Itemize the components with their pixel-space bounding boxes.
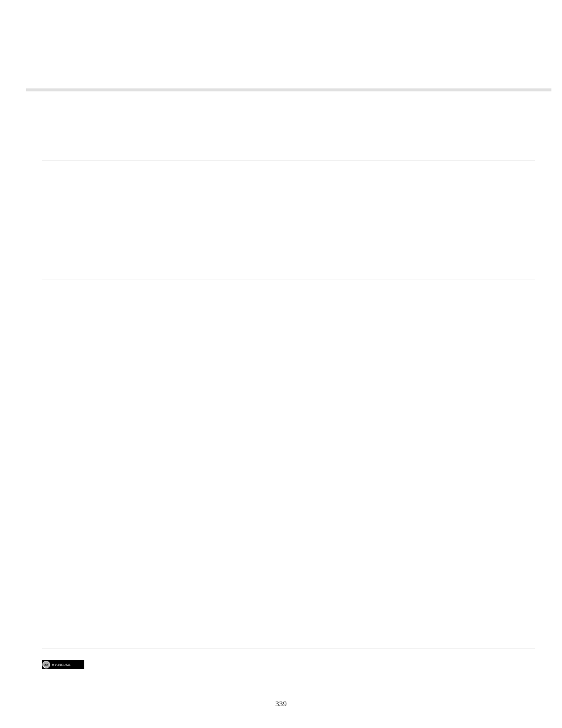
section-divider-2: [42, 279, 535, 279]
cc-license-badge: cc BY-NC-SA: [42, 660, 84, 669]
top-divider-rule: [26, 88, 551, 91]
cc-logo-icon: cc: [42, 661, 50, 668]
cc-license-text: BY-NC-SA: [52, 663, 71, 667]
section-divider-1: [42, 160, 535, 161]
page-number: 339: [0, 699, 562, 709]
section-divider-3: [42, 648, 535, 649]
